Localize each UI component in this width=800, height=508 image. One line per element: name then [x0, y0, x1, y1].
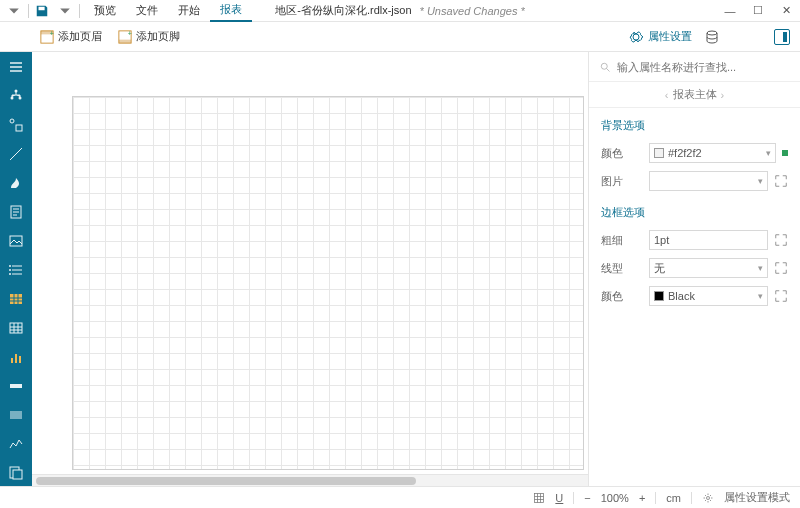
palette-chart-combo-icon[interactable] — [2, 112, 30, 137]
svg-rect-19 — [11, 358, 13, 363]
svg-rect-18 — [10, 323, 22, 333]
palette-table-icon[interactable] — [2, 287, 30, 312]
add-footer-button[interactable]: + 添加页脚 — [110, 29, 188, 44]
svg-text:+: + — [128, 30, 132, 37]
property-search[interactable] — [589, 52, 800, 82]
palette-subreport-icon[interactable] — [2, 461, 30, 486]
ribbon: + 添加页眉 + 添加页脚 属性设置 — [0, 22, 800, 52]
svg-point-14 — [9, 265, 11, 267]
palette-list-icon[interactable] — [2, 257, 30, 282]
palette-image-icon[interactable] — [2, 228, 30, 253]
palette-bar-chart-icon[interactable] — [2, 345, 30, 370]
palette-matrix-icon[interactable] — [2, 316, 30, 341]
save-caret-icon[interactable] — [59, 5, 71, 17]
expand-icon[interactable] — [774, 261, 788, 275]
palette-hierarchy-icon[interactable] — [2, 83, 30, 108]
bg-color-modified-dot — [782, 150, 788, 156]
selection-breadcrumb[interactable]: ‹ 报表主体 › — [589, 82, 800, 108]
add-header-icon: + — [40, 30, 54, 44]
svg-point-27 — [707, 496, 710, 499]
panel-toggle-button[interactable] — [774, 29, 790, 45]
svg-point-16 — [9, 273, 11, 275]
svg-rect-26 — [535, 493, 544, 502]
expand-icon[interactable] — [774, 289, 788, 303]
properties-tab-label[interactable]: 属性设置 — [648, 29, 692, 44]
svg-point-10 — [10, 119, 14, 123]
zoom-in-button[interactable]: + — [639, 492, 645, 504]
border-width-label: 粗细 — [601, 233, 643, 248]
add-footer-icon: + — [118, 30, 132, 44]
data-icon[interactable] — [704, 29, 720, 45]
palette-menu-icon[interactable] — [2, 54, 30, 79]
mode-gear-icon — [702, 492, 714, 504]
status-bar: U − 100% + cm 属性设置模式 — [0, 486, 800, 508]
border-section-title: 边框选项 — [589, 195, 800, 226]
svg-rect-22 — [10, 384, 22, 388]
bg-section-title: 背景选项 — [589, 108, 800, 139]
svg-rect-20 — [15, 354, 17, 363]
border-width-field[interactable]: 1pt — [649, 230, 768, 250]
unit-selector[interactable]: cm — [666, 492, 681, 504]
expand-icon[interactable] — [774, 174, 788, 188]
palette-sparkline-icon[interactable] — [2, 432, 30, 457]
tool-palette — [0, 52, 32, 486]
palette-document-icon[interactable] — [2, 199, 30, 224]
menu-report[interactable]: 报表 — [210, 0, 252, 22]
svg-text:+: + — [50, 30, 54, 37]
add-header-label: 添加页眉 — [58, 29, 102, 44]
palette-shape-icon[interactable] — [2, 170, 30, 195]
svg-point-25 — [601, 63, 607, 69]
add-header-button[interactable]: + 添加页眉 — [32, 29, 110, 44]
border-style-label: 线型 — [601, 261, 643, 276]
border-style-field[interactable]: 无▾ — [649, 258, 768, 278]
svg-rect-24 — [13, 470, 22, 479]
grid-toggle-icon[interactable] — [533, 492, 545, 504]
chevron-down-icon: ▾ — [766, 148, 771, 158]
bg-image-label: 图片 — [601, 174, 643, 189]
unsaved-indicator: * Unsaved Changes * — [420, 5, 525, 17]
minimize-button[interactable]: — — [716, 0, 744, 22]
svg-point-15 — [9, 269, 11, 271]
report-page-surface[interactable] — [72, 96, 584, 470]
settings-gear-icon[interactable] — [628, 29, 644, 45]
palette-barcode-icon[interactable] — [2, 403, 30, 428]
svg-rect-17 — [10, 294, 22, 304]
zoom-out-button[interactable]: − — [584, 492, 590, 504]
expand-icon[interactable] — [774, 233, 788, 247]
zoom-value: 100% — [601, 492, 629, 504]
menu-preview[interactable]: 预览 — [84, 3, 126, 18]
save-icon[interactable] — [35, 4, 49, 18]
svg-rect-4 — [119, 39, 131, 43]
border-color-field[interactable]: Black ▾ — [649, 286, 768, 306]
border-color-label: 颜色 — [601, 289, 643, 304]
document-title: 地区-省份纵向深化.rdlx-json — [275, 3, 411, 18]
svg-rect-13 — [10, 236, 22, 246]
svg-point-6 — [707, 31, 717, 35]
svg-rect-21 — [19, 356, 21, 363]
bg-color-field[interactable]: #f2f2f2 ▾ — [649, 143, 776, 163]
properties-panel: ‹ 报表主体 › 背景选项 颜色 #f2f2f2 ▾ 图片 ▾ 边框选项 — [588, 52, 800, 486]
mode-label[interactable]: 属性设置模式 — [724, 490, 790, 505]
palette-band-icon[interactable] — [2, 374, 30, 399]
add-footer-label: 添加页脚 — [136, 29, 180, 44]
palette-line-icon[interactable] — [2, 141, 30, 166]
maximize-button[interactable]: ☐ — [744, 0, 772, 22]
search-icon — [599, 61, 611, 73]
bg-color-label: 颜色 — [601, 146, 643, 161]
close-button[interactable]: ✕ — [772, 0, 800, 22]
menubar: 预览 文件 开始 报表 地区-省份纵向深化.rdlx-json * Unsave… — [0, 0, 800, 22]
underline-mode-icon[interactable]: U — [555, 492, 563, 504]
app-menu-caret[interactable] — [8, 5, 20, 17]
bg-image-field[interactable]: ▾ — [649, 171, 768, 191]
property-search-input[interactable] — [617, 61, 790, 73]
svg-rect-11 — [16, 125, 22, 131]
menu-start[interactable]: 开始 — [168, 3, 210, 18]
horizontal-scrollbar[interactable] — [32, 474, 588, 486]
menu-file[interactable]: 文件 — [126, 3, 168, 18]
canvas-area — [32, 52, 588, 486]
